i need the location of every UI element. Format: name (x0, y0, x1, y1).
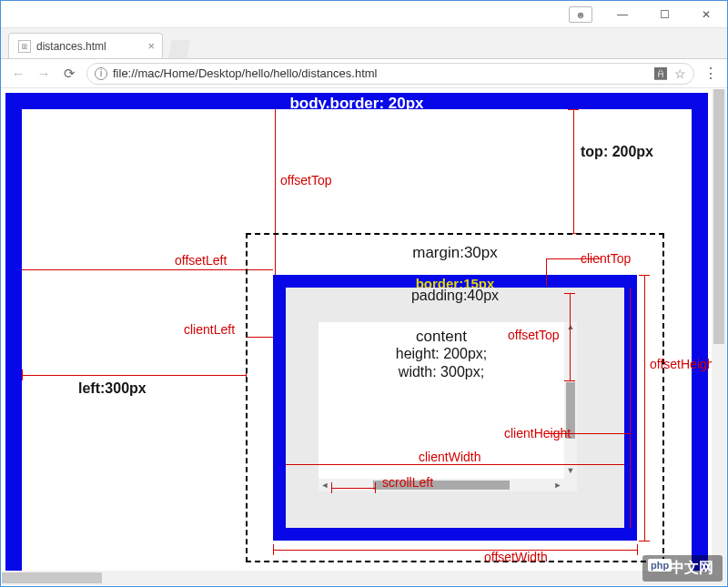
window-titlebar: ☻ — ☐ ✕ (1, 1, 727, 28)
offsetheight-line (644, 275, 645, 541)
offsetheight-label: offsetHeight (650, 357, 717, 371)
reload-icon[interactable]: ⟳ (61, 66, 77, 82)
offsetheight-tick-b (639, 541, 650, 541)
url-text: file://mac/Home/Desktop/hello/hello/dist… (113, 66, 377, 80)
viewport-hscroll-thumb[interactable] (2, 572, 102, 583)
offsetwidth-tick-r (637, 544, 638, 555)
close-window-button[interactable]: ✕ (685, 1, 727, 28)
clienttop-line-drop (546, 258, 547, 286)
bookmark-star-icon[interactable]: ☆ (674, 66, 686, 81)
content-scroll-corner (564, 479, 577, 491)
offsettop-inner-label: offsetTop (508, 328, 560, 342)
content-height-label: height: 200px; (318, 346, 564, 362)
offsettop-inner-tick-b (564, 380, 575, 381)
scrollleft-tick-r (375, 482, 376, 493)
scroll-up-icon[interactable]: ▲ (564, 322, 577, 335)
clientwidth-line (286, 464, 624, 465)
content-vertical-scrollbar[interactable]: ▲ ▼ (564, 322, 577, 479)
offsetwidth-line (273, 550, 637, 551)
content-horizontal-scrollbar[interactable]: ◄ ► (318, 479, 564, 491)
site-info-icon[interactable]: i (95, 67, 107, 80)
browser-tab[interactable]: 🗎 distances.html × (8, 33, 163, 58)
left-line (22, 375, 246, 376)
file-icon: 🗎 (18, 40, 31, 53)
forward-icon[interactable]: → (35, 66, 52, 81)
scroll-left-icon[interactable]: ◄ (318, 479, 331, 491)
clientheight-label: clientHeight (504, 426, 571, 440)
top-label: top: 200px (581, 144, 653, 160)
top-line-tick-top (568, 109, 579, 110)
content-width-label: width: 300px; (318, 364, 564, 380)
minimize-button[interactable]: — (602, 1, 643, 28)
scrollleft-tick-l (331, 482, 332, 493)
browser-window: ☻ — ☐ ✕ 🗎 distances.html × ← → ⟳ i file:… (0, 0, 728, 587)
offsetleft-line (22, 269, 273, 270)
browser-menu-icon[interactable]: ⋮ (703, 65, 718, 82)
close-tab-icon[interactable]: × (147, 39, 155, 53)
offsetwidth-label: offsetWidth (484, 550, 548, 564)
maximize-button[interactable]: ☐ (643, 1, 685, 28)
offsetheight-tick-t (639, 275, 650, 276)
viewport-horizontal-scrollbar[interactable] (2, 571, 712, 585)
offsettop-outer-label: offsetTop (280, 173, 332, 187)
scrollleft-label: scrollLeft (382, 475, 433, 490)
offsetwidth-tick-l (273, 544, 274, 555)
user-avatar-icon[interactable]: ☻ (569, 6, 592, 23)
watermark-text: 中文网 (670, 560, 713, 575)
offsettop-inner-line (570, 293, 571, 380)
viewport-vertical-scrollbar[interactable] (712, 89, 726, 571)
watermark-badge: 中文网 (642, 555, 723, 582)
offsetleft-label: offsetLeft (175, 253, 227, 268)
clienttop-label: clientTop (581, 251, 631, 266)
url-input[interactable]: i file://mac/Home/Desktop/hello/hello/di… (86, 63, 694, 85)
scrollleft-line (331, 488, 375, 489)
clientheight-line (630, 288, 631, 528)
diagram-canvas: body.border: 20px offsetTop top: 200px o… (2, 89, 712, 571)
clientwidth-label: clientWidth (419, 450, 480, 464)
scroll-down-icon[interactable]: ▼ (564, 466, 577, 479)
padding-label: padding:40px (286, 288, 624, 304)
scroll-right-icon[interactable]: ► (551, 479, 564, 491)
tab-strip: 🗎 distances.html × (1, 28, 727, 59)
left-label: left:300px (78, 380, 147, 397)
tab-title: distances.html (36, 40, 106, 53)
offsettop-inner-tick-t (564, 293, 575, 294)
page-viewport: body.border: 20px offsetTop top: 200px o… (2, 89, 726, 585)
back-icon[interactable]: ← (10, 66, 26, 81)
new-tab-button[interactable] (168, 40, 190, 58)
address-bar: ← → ⟳ i file://mac/Home/Desktop/hello/he… (1, 59, 727, 88)
clientleft-label: clientLeft (184, 322, 235, 337)
left-line-tick-l (22, 369, 23, 380)
viewport-vscroll-thumb[interactable] (713, 89, 724, 344)
translate-icon[interactable]: 🅰 (654, 66, 667, 81)
top-line (573, 109, 574, 233)
